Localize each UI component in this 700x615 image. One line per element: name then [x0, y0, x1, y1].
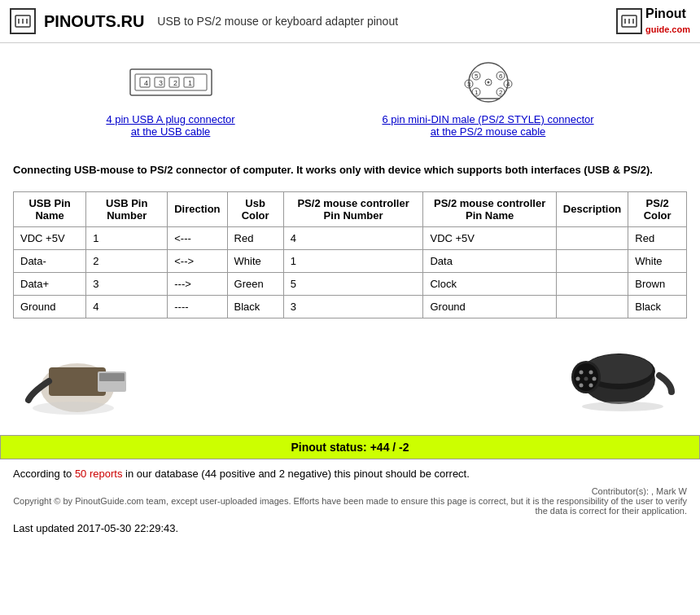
svg-point-47 [584, 376, 588, 380]
according-label: According to [13, 468, 72, 480]
table-cell-0-0: VDC +5V [14, 226, 86, 249]
table-cell-3-4: 3 [283, 295, 423, 318]
ps2-connector-link[interactable]: 6 pin mini-DIN male (PS/2 STYLE) connect… [382, 113, 593, 138]
table-cell-1-3: White [227, 249, 283, 272]
table-cell-3-2: ---- [168, 295, 227, 318]
svg-rect-35 [49, 367, 106, 396]
svg-point-46 [576, 376, 580, 380]
svg-rect-8 [130, 69, 212, 95]
table-cell-3-7: Black [628, 295, 687, 318]
pinout-logo-box [616, 8, 642, 34]
pinout-guide-logo: Pinout guide.com [645, 7, 690, 36]
col-header-usb-pin-number: USB Pin Number [86, 191, 168, 226]
svg-point-50 [589, 383, 593, 387]
header-right: Pinout guide.com [616, 7, 690, 36]
svg-text:3: 3 [159, 79, 163, 87]
ps2-connector-image: 5 6 3 4 1 2 [448, 59, 529, 107]
description-text: Connecting USB-mouse to PS/2 connector o… [0, 154, 700, 191]
col-header-usb-pin-name: USB Pin Name [14, 191, 86, 226]
site-logo-icon [15, 13, 31, 29]
col-header-ps2-color: PS/2 Color [628, 191, 687, 226]
usb-link-line1: 4 pin USB A plug connector [106, 113, 234, 125]
table-cell-0-6 [556, 226, 628, 249]
table-cell-3-5: Ground [423, 295, 556, 318]
svg-point-51 [582, 402, 663, 411]
table-cell-2-1: 3 [86, 272, 168, 295]
table-cell-3-3: Black [227, 295, 283, 318]
table-cell-0-4: 4 [283, 226, 423, 249]
status-bar: Pinout status: +44 / -2 [0, 435, 700, 459]
pinout-logo-icon [621, 13, 637, 29]
table-cell-1-0: Data- [14, 249, 86, 272]
according-rest: in our database (44 positive and 2 negat… [125, 468, 470, 480]
connectors-section: 4 3 2 1 4 pin USB A plug connector at th… [0, 43, 700, 154]
pinout-text: Pinout [645, 7, 686, 20]
contributor-text: Contributor(s): , Mark W [592, 486, 687, 496]
table-cell-1-1: 2 [86, 249, 168, 272]
guide-text: guide.com [645, 24, 690, 34]
svg-point-27 [487, 81, 489, 84]
table-cell-3-0: Ground [14, 295, 86, 318]
table-cell-1-6 [556, 249, 628, 272]
usb-plug-drawing [24, 335, 130, 416]
contributor-note: Contributor(s): , Mark W Copyright © by … [0, 483, 700, 519]
table-cell-1-4: 1 [283, 249, 423, 272]
table-row: VDC +5V1<---Red4VDC +5VRed [14, 226, 687, 249]
svg-text:5: 5 [475, 72, 479, 80]
col-header-description: Description [556, 191, 628, 226]
usb-link-line2: at the USB cable [131, 125, 211, 138]
ps2-cable-image [570, 335, 676, 419]
cable-images-section [0, 318, 700, 435]
svg-text:2: 2 [173, 79, 177, 87]
table-cell-0-5: VDC +5V [423, 226, 556, 249]
table-cell-2-5: Clock [423, 272, 556, 295]
table-cell-1-2: <--> [168, 249, 227, 272]
table-cell-2-2: ---> [168, 272, 227, 295]
table-cell-1-5: Data [423, 249, 556, 272]
table-cell-2-0: Data+ [14, 272, 86, 295]
svg-text:4: 4 [144, 79, 148, 87]
table-cell-0-1: 1 [86, 226, 168, 249]
svg-text:2: 2 [499, 89, 503, 96]
svg-text:1: 1 [475, 89, 479, 96]
ps2-link-line2: at the PS/2 mouse cable [431, 125, 546, 138]
svg-rect-37 [99, 373, 125, 381]
table-cell-3-1: 4 [86, 295, 168, 318]
usb-connector-image: 4 3 2 1 [122, 59, 220, 107]
table-cell-0-7: Red [628, 226, 687, 249]
ps2-plug-drawing [570, 335, 676, 416]
svg-point-48 [593, 376, 597, 380]
ps2-connector-svg: 5 6 3 4 1 2 [448, 59, 529, 104]
table-row: Data-2<-->White1DataWhite [14, 249, 687, 272]
svg-point-38 [33, 402, 114, 415]
usb-cable-image [24, 335, 130, 419]
header-left: PINOUTS.RU USB to PS/2 mouse or keyboard… [10, 8, 398, 34]
ps2-link-line1: 6 pin mini-DIN male (PS/2 STYLE) connect… [382, 113, 593, 125]
usb-a-plug-svg: 4 3 2 1 [122, 59, 220, 104]
table-cell-2-7: Brown [628, 272, 687, 295]
svg-text:1: 1 [188, 79, 192, 87]
table-cell-2-3: Green [227, 272, 283, 295]
site-name: PINOUTS.RU [44, 12, 144, 31]
svg-text:6: 6 [499, 72, 503, 80]
svg-point-45 [589, 370, 593, 374]
table-row: Ground4----Black3GroundBlack [14, 295, 687, 318]
svg-point-49 [580, 383, 584, 387]
svg-text:3: 3 [467, 81, 471, 88]
pinout-table-wrap: USB Pin Name USB Pin Number Direction Us… [0, 191, 700, 318]
table-cell-0-2: <--- [168, 226, 227, 249]
table-cell-0-3: Red [227, 226, 283, 249]
header: PINOUTS.RU USB to PS/2 mouse or keyboard… [0, 0, 700, 43]
header-title: USB to PS/2 mouse or keyboard adapter pi… [157, 15, 398, 28]
pinout-table: USB Pin Name USB Pin Number Direction Us… [13, 191, 687, 318]
reports-link[interactable]: 50 reports [75, 468, 123, 480]
col-header-ps2-pin-name: PS/2 mouse controller Pin Name [423, 191, 556, 226]
table-row: Data+3--->Green5ClockBrown [14, 272, 687, 295]
copyright-text: Copyright © by PinoutGuide.com team, exc… [13, 496, 687, 516]
status-section: Pinout status: +44 / -2 According to 50 … [0, 435, 700, 538]
svg-text:4: 4 [506, 81, 510, 88]
col-header-direction: Direction [168, 191, 227, 226]
table-cell-3-6 [556, 295, 628, 318]
col-header-usb-color: Usb Color [227, 191, 283, 226]
usb-connector-link[interactable]: 4 pin USB A plug connector at the USB ca… [106, 113, 234, 138]
